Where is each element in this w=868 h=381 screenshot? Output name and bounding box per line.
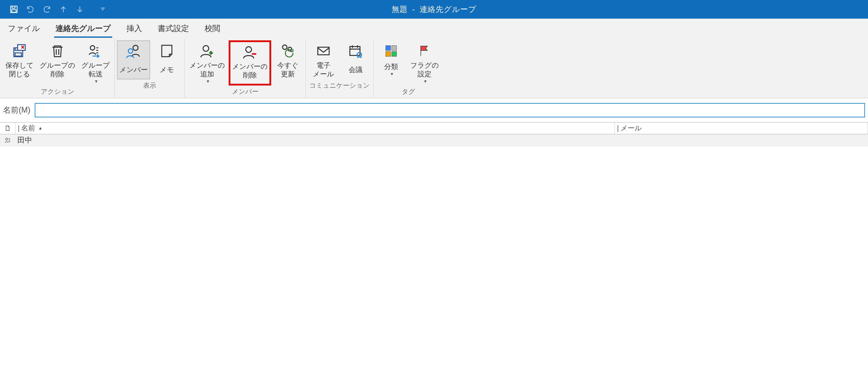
save-icon[interactable] (9, 4, 19, 14)
svg-rect-1 (12, 10, 16, 12)
column-icon[interactable] (0, 123, 16, 134)
svg-point-19 (6, 138, 8, 140)
window-title-sep: - (412, 5, 415, 14)
svg-rect-15 (386, 45, 391, 51)
titlebar: 無題 - 連絡先グループ (0, 0, 868, 19)
meeting-icon (347, 42, 364, 60)
arrow-down-icon[interactable] (74, 4, 85, 14)
members-label: メンバー (119, 61, 148, 78)
group-communicate: 電子 メール 会議 コミュニケーション (306, 39, 374, 97)
group-member-label: メンバー (187, 87, 303, 96)
members-button[interactable]: メンバー (117, 40, 150, 80)
row-name: 田中 (15, 134, 614, 146)
tab-file[interactable]: ファイル (6, 22, 41, 38)
svg-point-8 (203, 45, 209, 51)
table-row[interactable]: 田中 (0, 134, 868, 146)
notes-label: メモ (160, 61, 174, 78)
column-mail[interactable]: | メール (615, 123, 868, 134)
svg-rect-4 (18, 45, 25, 50)
members-icon (125, 42, 142, 60)
remove-member-button[interactable]: メンバーの 削除 (229, 40, 271, 86)
svg-rect-3 (15, 53, 22, 56)
window-title-left: 無題 (392, 5, 408, 14)
window-title: 無題 - 連絡先グループ (0, 4, 868, 15)
meeting-label: 会議 (349, 61, 363, 78)
save-close-icon (11, 42, 28, 60)
svg-rect-12 (318, 47, 329, 55)
note-icon (158, 42, 176, 60)
delete-group-label: グループの 削除 (40, 61, 75, 78)
redo-icon[interactable] (42, 4, 52, 14)
add-members-label: メンバーの 追加 (189, 61, 225, 85)
refresh-people-icon (279, 42, 297, 60)
meeting-button[interactable]: 会議 (340, 40, 371, 80)
forward-group-button[interactable]: グループ 転送 (79, 40, 112, 86)
sort-asc-icon: ▲ (38, 126, 42, 131)
name-input[interactable] (35, 103, 865, 117)
row-mail (614, 134, 868, 146)
group-communicate-label: コミュニケーション (308, 81, 371, 90)
svg-rect-13 (350, 46, 360, 56)
categorize-label: 分類 (384, 61, 398, 78)
svg-point-9 (246, 46, 251, 52)
svg-rect-17 (386, 52, 391, 57)
forward-group-label: グループ 転送 (81, 61, 110, 85)
tab-format[interactable]: 書式設定 (156, 22, 190, 38)
follow-up-label: フラグの 設定 (410, 61, 439, 85)
group-action: 保存して 閉じる グループの 削除 グループ 転送 アクション (1, 39, 115, 97)
update-now-button[interactable]: 今すぐ 更新 (273, 40, 303, 86)
svg-point-10 (282, 45, 287, 49)
quick-access-toolbar (0, 4, 108, 14)
column-name-label: 名前 (21, 123, 35, 133)
svg-rect-16 (392, 45, 397, 51)
forward-group-icon (87, 42, 104, 60)
update-now-label: 今すぐ 更新 (277, 61, 299, 78)
name-field-row: 名前(M) (0, 98, 868, 122)
delete-group-button[interactable]: グループの 削除 (37, 40, 78, 86)
tab-insert[interactable]: 挿入 (125, 22, 144, 38)
add-members-button[interactable]: メンバーの 追加 (187, 40, 227, 86)
column-mail-label: メール (620, 123, 642, 133)
group-tags-label: タグ (376, 87, 441, 96)
person-remove-icon (241, 43, 258, 61)
follow-up-button[interactable]: フラグの 設定 (408, 40, 441, 86)
notes-button[interactable]: メモ (151, 40, 182, 80)
group-tags: 分類 フラグの 設定 タグ (374, 39, 443, 97)
email-button[interactable]: 電子 メール (308, 40, 339, 80)
tab-review[interactable]: 校閲 (203, 22, 221, 38)
person-add-icon (198, 42, 216, 60)
categorize-button[interactable]: 分類 (376, 40, 407, 86)
save-and-close-button[interactable]: 保存して 閉じる (3, 40, 36, 86)
undo-icon[interactable] (25, 4, 36, 14)
remove-member-label: メンバーの 削除 (232, 62, 268, 80)
ribbon-tabs: ファイル 連絡先グループ 挿入 書式設定 校閲 (0, 19, 868, 38)
tab-contact-group[interactable]: 連絡先グループ (54, 22, 112, 38)
svg-point-5 (90, 45, 95, 50)
group-action-label: アクション (3, 87, 112, 96)
members-list-header: | 名前 ▲ | メール (0, 122, 868, 134)
group-show-label: 表示 (117, 81, 182, 90)
group-show: メンバー メモ 表示 (115, 39, 185, 97)
ribbon: 保存して 閉じる グループの 削除 グループ 転送 アクション (0, 38, 868, 98)
save-and-close-label: 保存して 閉じる (5, 61, 34, 78)
arrow-up-icon[interactable] (58, 4, 68, 14)
row-icon (0, 134, 15, 146)
window-title-right: 連絡先グループ (420, 5, 476, 14)
name-field-label: 名前(M) (3, 105, 30, 116)
svg-rect-18 (392, 52, 397, 57)
svg-point-6 (133, 45, 138, 50)
members-list-body (0, 146, 868, 216)
email-icon (315, 42, 332, 60)
svg-point-7 (128, 49, 132, 53)
trash-icon (49, 42, 66, 60)
customize-qat-icon[interactable] (98, 4, 108, 14)
column-name[interactable]: | 名前 ▲ (16, 123, 615, 134)
email-label: 電子 メール (313, 61, 334, 78)
flag-icon (416, 42, 433, 60)
group-member: メンバーの 追加 メンバーの 削除 今すぐ 更新 メンバー (185, 39, 306, 97)
categories-icon (382, 42, 400, 60)
